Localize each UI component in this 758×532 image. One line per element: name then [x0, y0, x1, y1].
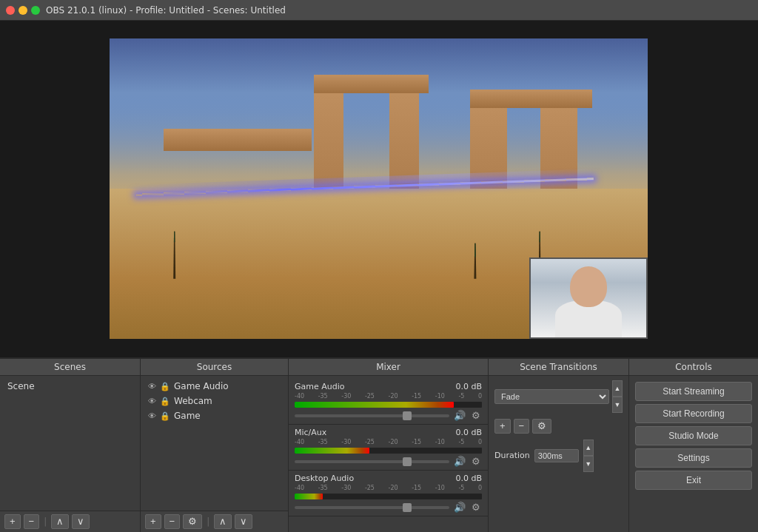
- window-controls[interactable]: [6, 6, 40, 15]
- controls-header-label: Controls: [675, 362, 712, 372]
- preview-canvas: [110, 38, 648, 339]
- fader[interactable]: [295, 506, 449, 509]
- fader-row: 🔊 ⚙: [295, 502, 482, 513]
- meter-bar: [295, 402, 454, 408]
- scenes-panel-header: Scenes: [0, 359, 140, 376]
- settings-button[interactable]: Settings: [635, 448, 752, 468]
- webcam-overlay: [529, 257, 648, 339]
- maximize-button[interactable]: [31, 6, 40, 15]
- fader[interactable]: [295, 460, 449, 463]
- move-scene-down-button[interactable]: ∨: [72, 514, 90, 529]
- duration-spin-up[interactable]: ▲: [583, 440, 594, 456]
- preview-area: [0, 21, 758, 357]
- source-name: Game: [174, 411, 201, 421]
- track-settings-button[interactable]: ⚙: [470, 502, 482, 513]
- fader-thumb[interactable]: [403, 411, 412, 420]
- sources-list: 👁 🔒 Game Audio 👁 🔒 Webcam 👁 🔒 Game: [141, 376, 288, 511]
- meter-ticks: -40-35-30-25-20-15-10-50: [295, 393, 482, 400]
- lock-icon: 🔒: [160, 411, 170, 421]
- lock-icon: 🔒: [160, 397, 170, 406]
- scene-item[interactable]: Scene: [3, 379, 137, 394]
- remove-source-button[interactable]: −: [164, 514, 181, 529]
- meter-ticks: -40-35-30-25-20-15-10-50: [295, 439, 482, 445]
- transition-select[interactable]: Fade Cut Swipe: [494, 389, 609, 404]
- source-item-webcam[interactable]: 👁 🔒 Webcam: [144, 394, 285, 408]
- fader-thumb[interactable]: [403, 457, 412, 466]
- add-source-button[interactable]: +: [145, 514, 161, 529]
- duration-spin-down[interactable]: ▼: [583, 456, 594, 472]
- window-title: OBS 21.0.1 (linux) - Profile: Untitled -…: [46, 5, 286, 16]
- duration-spinners: ▲ ▼: [583, 440, 594, 472]
- mute-button[interactable]: 🔊: [452, 410, 467, 421]
- exit-button[interactable]: Exit: [635, 471, 752, 490]
- duration-input[interactable]: [534, 449, 579, 462]
- mixer-panel-header: Mixer: [289, 359, 488, 376]
- transition-spin-up[interactable]: ▲: [612, 380, 623, 397]
- controls-panel-header: Controls: [629, 359, 758, 376]
- transition-select-row: Fade Cut Swipe ▲ ▼: [494, 380, 623, 413]
- track-settings-button[interactable]: ⚙: [470, 410, 482, 421]
- track-settings-button[interactable]: ⚙: [470, 456, 482, 467]
- transition-settings-button[interactable]: ⚙: [532, 419, 551, 434]
- controls-panel: Controls Start Streaming Start Recording…: [629, 359, 758, 532]
- sources-toolbar: + − ⚙ | ∧ ∨: [141, 511, 288, 532]
- transitions-content: Fade Cut Swipe ▲ ▼ + − ⚙ Duration ▲: [489, 376, 628, 532]
- track-db: 0.0 dB: [455, 382, 482, 391]
- mixer-header-label: Mixer: [376, 362, 400, 372]
- fader[interactable]: [295, 414, 449, 417]
- transitions-header-label: Scene Transitions: [520, 362, 597, 372]
- scenes-toolbar: + − | ∧ ∨: [0, 511, 140, 532]
- source-settings-button[interactable]: ⚙: [183, 514, 202, 529]
- move-scene-up-button[interactable]: ∧: [51, 514, 69, 529]
- add-scene-button[interactable]: +: [4, 514, 21, 529]
- source-item-game[interactable]: 👁 🔒 Game: [144, 408, 285, 423]
- source-name: Webcam: [174, 396, 212, 406]
- mixer-panel: Mixer Game Audio 0.0 dB -40-35-30-25-20-…: [289, 359, 489, 532]
- mixer-track-desktop-audio: Desktop Audio 0.0 dB -40-35-30-25-20-15-…: [289, 471, 488, 516]
- mute-button[interactable]: 🔊: [452, 456, 467, 467]
- transitions-panel-header: Scene Transitions: [489, 359, 628, 376]
- titlebar: OBS 21.0.1 (linux) - Profile: Untitled -…: [0, 0, 758, 21]
- transitions-panel: Scene Transitions Fade Cut Swipe ▲ ▼ + −…: [489, 359, 629, 532]
- fader-row: 🔊 ⚙: [295, 410, 482, 421]
- meter-container: [295, 402, 482, 408]
- mixer-track-game-audio: Game Audio 0.0 dB -40-35-30-25-20-15-10-…: [289, 379, 488, 425]
- move-source-up-button[interactable]: ∧: [214, 514, 232, 529]
- eye-icon: 👁: [148, 382, 156, 391]
- eye-icon: 👁: [148, 397, 156, 406]
- track-name: Mic/Aux: [295, 428, 326, 437]
- source-item-game-audio[interactable]: 👁 🔒 Game Audio: [144, 379, 285, 394]
- fader-row: 🔊 ⚙: [295, 456, 482, 467]
- track-name: Game Audio: [295, 382, 345, 391]
- scenes-panel: Scenes Scene + − | ∧ ∨: [0, 359, 141, 532]
- fader-thumb[interactable]: [403, 503, 412, 512]
- close-button[interactable]: [6, 6, 15, 15]
- main-panels: Scenes Scene + − | ∧ ∨ Sources 👁 🔒 Game …: [0, 357, 758, 532]
- lock-icon: 🔒: [160, 382, 170, 391]
- mixer-tracks: Game Audio 0.0 dB -40-35-30-25-20-15-10-…: [289, 376, 488, 532]
- add-transition-button[interactable]: +: [494, 419, 511, 434]
- sources-header-label: Sources: [197, 362, 232, 372]
- transition-toolbar: + − ⚙: [494, 419, 623, 434]
- studio-mode-button[interactable]: Studio Mode: [635, 426, 752, 445]
- minimize-button[interactable]: [19, 6, 27, 15]
- transition-spinners: ▲ ▼: [612, 380, 623, 413]
- sources-panel-header: Sources: [141, 359, 288, 376]
- move-source-down-button[interactable]: ∨: [235, 514, 252, 529]
- track-db: 0.0 dB: [455, 474, 482, 483]
- source-name: Game Audio: [174, 381, 229, 391]
- mute-button[interactable]: 🔊: [452, 502, 467, 513]
- start-streaming-button[interactable]: Start Streaming: [635, 382, 752, 401]
- remove-scene-button[interactable]: −: [24, 514, 40, 529]
- track-name: Desktop Audio: [295, 474, 354, 483]
- remove-transition-button[interactable]: −: [514, 419, 530, 434]
- meter-bar: [295, 494, 323, 499]
- meter-bar: [295, 448, 369, 454]
- transition-spin-down[interactable]: ▼: [612, 397, 623, 413]
- scenes-list: Scene: [0, 376, 140, 511]
- mixer-track-mic-aux: Mic/Aux 0.0 dB -40-35-30-25-20-15-10-50 …: [289, 425, 488, 471]
- start-recording-button[interactable]: Start Recording: [635, 404, 752, 423]
- duration-label: Duration: [494, 451, 530, 460]
- eye-icon: 👁: [148, 411, 156, 421]
- sources-panel: Sources 👁 🔒 Game Audio 👁 🔒 Webcam 👁 🔒 Ga…: [141, 359, 289, 532]
